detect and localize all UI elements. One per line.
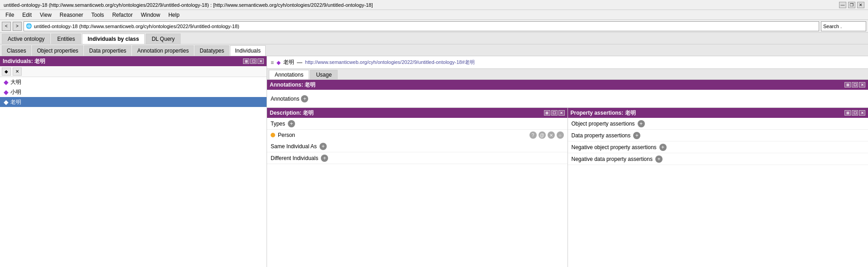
main-tab-entities[interactable]: Entities: [51, 34, 81, 44]
add-neg-data-property-button[interactable]: +: [655, 155, 663, 163]
panel-grid-btn[interactable]: ⊞: [243, 58, 249, 64]
entity-diamond-icon: ◆: [277, 59, 281, 66]
minimize-button[interactable]: —: [839, 2, 846, 8]
sub-tab-object-properties[interactable]: Object properties: [32, 45, 83, 56]
ann-grid-btn[interactable]: ⊞: [844, 82, 851, 87]
neg-data-property-label: Negative data property assertions: [572, 156, 653, 162]
description-panel: Description: 老明 ⊞ ☐ ✕ Types + Person: [267, 108, 568, 267]
window-controls: — ❐ ✕: [839, 2, 864, 8]
add-neg-object-property-button[interactable]: +: [659, 144, 667, 151]
back-button[interactable]: <: [2, 22, 11, 31]
right-tab-bar: Annotations Usage: [267, 69, 868, 80]
prop-max-btn[interactable]: ☐: [852, 110, 858, 116]
neg-data-property-section: Negative data property assertions +: [568, 153, 868, 165]
sub-tab-data-properties[interactable]: Data properties: [84, 45, 131, 56]
delete-individual-button[interactable]: ✕: [13, 68, 22, 76]
annotations-header-label: Annotations: 老明: [270, 81, 315, 89]
person-type-item: Person ? @ ✕ ○: [267, 130, 568, 141]
menu-item-refactor[interactable]: Refactor: [109, 11, 136, 19]
individuals-header-label: Individuals: 老明: [3, 58, 45, 65]
ann-close-btn[interactable]: ✕: [859, 82, 865, 87]
menu-bar: FileEditViewReasonerToolsRefactorWindowH…: [0, 10, 868, 20]
address-text: untitled-ontology-18 (http://www.semanti…: [34, 24, 239, 29]
menu-item-help[interactable]: Help: [165, 11, 183, 19]
add-different-button[interactable]: +: [321, 155, 328, 162]
sub-tab-classes[interactable]: Classes: [2, 45, 31, 56]
different-individuals-section: Different Individuals +: [267, 152, 568, 164]
right-panel: ≡ ◆ 老明 — http://www.semanticweb.org/cyh/…: [267, 56, 868, 267]
entity-header: ≡ ◆ 老明 — http://www.semanticweb.org/cyh/…: [267, 56, 868, 69]
type-circle-btn[interactable]: ○: [557, 131, 564, 139]
address-bar: < > 🌐 untitled-ontology-18 (http://www.s…: [0, 20, 868, 33]
content-area: Individuals: 老明 ⊞ ☐ ✕ ◆ ✕ ◆ 大明 ◆ 小明 ◆ 老明: [0, 56, 868, 267]
property-header: Property assertions: 老明 ⊞ ☐ ✕: [568, 108, 868, 118]
add-data-property-button[interactable]: +: [633, 132, 640, 139]
sub-tab-annotation-properties[interactable]: Annotation properties: [132, 45, 194, 56]
property-controls: ⊞ ☐ ✕: [844, 110, 865, 116]
person-dot-icon: [271, 133, 275, 137]
sub-tab-datatypes[interactable]: Datatypes: [195, 45, 229, 56]
individual-item-xiaoming[interactable]: ◆ 小明: [0, 87, 267, 97]
maximize-button[interactable]: ❐: [848, 2, 855, 8]
types-section: Types +: [267, 118, 568, 130]
globe-icon: 🌐: [26, 23, 32, 29]
add-type-button[interactable]: +: [288, 120, 295, 127]
sub-tab-individuals[interactable]: Individuals: [230, 45, 266, 56]
add-same-individual-button[interactable]: +: [320, 143, 327, 150]
neg-object-property-label: Negative object property assertions: [572, 144, 657, 150]
individual-item-daming[interactable]: ◆ 大明: [0, 77, 267, 87]
types-label: Types: [271, 121, 285, 127]
hamburger-icon[interactable]: ≡: [271, 59, 274, 66]
close-button[interactable]: ✕: [857, 2, 864, 8]
title-bar: untitled-ontology-18 (http://www.semanti…: [0, 0, 868, 10]
menu-item-window[interactable]: Window: [137, 11, 164, 19]
individual-name-laoming: 老明: [10, 98, 21, 106]
annotations-label: Annotations: [271, 96, 299, 102]
ann-max-btn[interactable]: ☐: [852, 82, 858, 87]
desc-grid-btn[interactable]: ⊞: [544, 110, 550, 116]
same-individual-section: Same Individual As +: [267, 141, 568, 152]
menu-item-tools[interactable]: Tools: [88, 11, 108, 19]
address-field: 🌐 untitled-ontology-18 (http://www.seman…: [24, 21, 819, 31]
annotations-section-header: Annotations: 老明 ⊞ ☐ ✕: [267, 80, 868, 90]
sub-tabs: ClassesObject propertiesData propertiesA…: [0, 44, 868, 56]
menu-item-file[interactable]: File: [2, 11, 18, 19]
menu-item-edit[interactable]: Edit: [19, 11, 35, 19]
main-tab-active-ontology[interactable]: Active ontology: [2, 34, 50, 44]
add-individual-button[interactable]: ◆: [2, 68, 11, 76]
entity-separator: —: [297, 59, 302, 66]
panel-header-controls: ⊞ ☐ ✕: [243, 58, 264, 64]
tab-usage[interactable]: Usage: [310, 70, 338, 79]
main-tab-dl-query[interactable]: DL Query: [146, 34, 181, 44]
prop-close-btn[interactable]: ✕: [859, 110, 865, 116]
window-title: untitled-ontology-18 (http://www.semanti…: [4, 2, 839, 8]
main-tabs: Active ontologyEntitiesIndividuals by cl…: [0, 33, 868, 44]
individuals-toolbar: ◆ ✕: [0, 66, 267, 77]
type-at-btn[interactable]: @: [539, 131, 546, 139]
desc-max-btn[interactable]: ☐: [551, 110, 558, 116]
add-annotation-button[interactable]: +: [301, 95, 308, 102]
individual-name-xiaoming: 小明: [10, 88, 21, 96]
type-help-btn[interactable]: ?: [529, 131, 537, 139]
annotations-content: Annotations +: [267, 90, 868, 108]
prop-grid-btn[interactable]: ⊞: [844, 110, 851, 116]
type-remove-btn[interactable]: ✕: [548, 131, 555, 139]
search-input[interactable]: [821, 21, 866, 31]
menu-item-view[interactable]: View: [36, 11, 55, 19]
tab-annotations[interactable]: Annotations: [269, 70, 309, 79]
description-header: Description: 老明 ⊞ ☐ ✕: [267, 108, 568, 118]
menu-item-reasoner[interactable]: Reasoner: [56, 11, 87, 19]
main-tab-individuals-by-class[interactable]: Individuals by class: [82, 34, 145, 44]
entity-url: http://www.semanticweb.org/cyh/ontologie…: [305, 59, 475, 66]
diamond-icon: ◆: [4, 98, 9, 106]
forward-button[interactable]: >: [13, 22, 22, 31]
bottom-split: Description: 老明 ⊞ ☐ ✕ Types + Person: [267, 108, 868, 267]
panel-close-btn[interactable]: ✕: [258, 58, 264, 64]
panel-max-btn[interactable]: ☐: [250, 58, 257, 64]
object-property-assertions-label: Object property assertions: [572, 121, 635, 127]
desc-close-btn[interactable]: ✕: [558, 110, 565, 116]
description-header-label: Description: 老明: [270, 109, 314, 117]
add-object-property-button[interactable]: +: [638, 120, 645, 127]
diamond-icon: ◆: [4, 88, 9, 96]
individual-item-laoming[interactable]: ◆ 老明: [0, 97, 267, 107]
